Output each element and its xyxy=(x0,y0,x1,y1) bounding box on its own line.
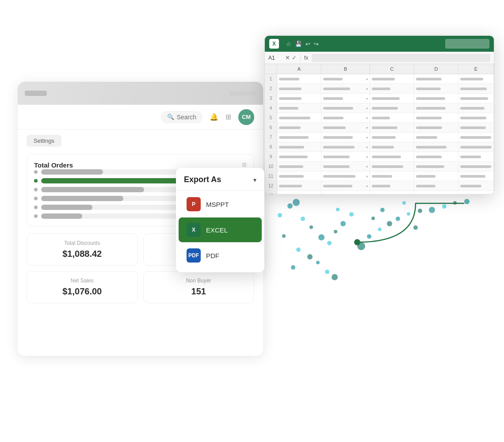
cell-B9[interactable]: ▾ xyxy=(321,152,370,162)
cell-content xyxy=(372,146,394,149)
cell-E4[interactable] xyxy=(458,103,494,113)
cell-D12[interactable] xyxy=(414,181,458,191)
cell-B8[interactable]: ▾ xyxy=(321,142,370,152)
export-option-msppt[interactable]: P MSPPT xyxy=(179,192,262,217)
cell-B5[interactable]: ▾ xyxy=(321,113,370,123)
dropdown-arrow-icon[interactable]: ▾ xyxy=(366,175,368,179)
dropdown-arrow-icon[interactable]: ▾ xyxy=(366,194,368,194)
cell-D13[interactable] xyxy=(414,191,458,194)
cell-C3[interactable] xyxy=(370,94,414,103)
cell-A2[interactable] xyxy=(277,84,321,94)
cell-B12[interactable]: ▾ xyxy=(321,181,370,191)
cell-E8[interactable] xyxy=(458,142,494,152)
cell-C4[interactable] xyxy=(370,103,414,113)
cell-E13[interactable] xyxy=(458,191,494,194)
cell-B7[interactable]: ▾ xyxy=(321,133,370,142)
cell-B13[interactable]: ▾ xyxy=(321,191,370,194)
cell-D10[interactable] xyxy=(414,162,458,171)
cell-C9[interactable] xyxy=(370,152,414,162)
dropdown-arrow-icon[interactable]: ▾ xyxy=(366,184,368,188)
cell-E2[interactable] xyxy=(458,84,494,94)
save-icon[interactable]: 💾 xyxy=(295,41,302,47)
cell-A7[interactable] xyxy=(277,133,321,142)
dropdown-arrow-icon[interactable]: ▾ xyxy=(366,136,368,140)
cell-E5[interactable] xyxy=(458,113,494,123)
cell-C8[interactable] xyxy=(370,142,414,152)
cell-C5[interactable] xyxy=(370,113,414,123)
cell-A11[interactable] xyxy=(277,171,321,181)
dropdown-arrow-icon[interactable]: ▾ xyxy=(366,165,368,169)
cell-B2[interactable]: ▾ xyxy=(321,84,370,94)
cell-A8[interactable] xyxy=(277,142,321,152)
cell-A13[interactable] xyxy=(277,191,321,194)
cell-A4[interactable] xyxy=(277,103,321,113)
redo-icon[interactable]: ↪ xyxy=(314,41,319,47)
cell-A3[interactable] xyxy=(277,94,321,103)
cell-A12[interactable] xyxy=(277,181,321,191)
scatter-dot xyxy=(278,213,282,217)
dropdown-arrow-icon[interactable]: ▾ xyxy=(366,145,368,149)
cell-D11[interactable] xyxy=(414,171,458,181)
avatar[interactable]: CM xyxy=(238,109,254,125)
cell-C13[interactable] xyxy=(370,191,414,194)
cell-A6[interactable] xyxy=(277,123,321,133)
cell-E3[interactable] xyxy=(458,94,494,103)
cell-D7[interactable] xyxy=(414,133,458,142)
dropdown-arrow-icon[interactable]: ▾ xyxy=(366,77,368,81)
cell-C2[interactable] xyxy=(370,84,414,94)
cell-E12[interactable] xyxy=(458,181,494,191)
cell-D5[interactable] xyxy=(414,113,458,123)
excel-search-bar[interactable] xyxy=(445,39,489,49)
cell-C10[interactable] xyxy=(370,162,414,171)
dropdown-arrow-icon[interactable]: ▾ xyxy=(366,116,368,120)
cell-C7[interactable] xyxy=(370,133,414,142)
dropdown-arrow-icon[interactable]: ▾ xyxy=(366,126,368,130)
cell-C6[interactable] xyxy=(370,123,414,133)
cell-E6[interactable] xyxy=(458,123,494,133)
cell-E10[interactable] xyxy=(458,162,494,171)
undo-icon[interactable]: ↩ xyxy=(305,41,310,47)
scatter-dot xyxy=(378,228,382,231)
cell-C12[interactable] xyxy=(370,181,414,191)
cell-B10[interactable]: ▾ xyxy=(321,162,370,171)
cancel-formula-icon[interactable]: ✕ xyxy=(285,54,290,61)
cell-B11[interactable]: ▾ xyxy=(321,171,370,181)
cell-A5[interactable] xyxy=(277,113,321,123)
notification-bell-icon[interactable]: 🔔 xyxy=(210,113,218,121)
cell-A10[interactable] xyxy=(277,162,321,171)
grid-icon[interactable]: ⊞ xyxy=(225,113,231,121)
cell-D6[interactable] xyxy=(414,123,458,133)
cell-C1[interactable] xyxy=(370,74,414,84)
cell-D2[interactable] xyxy=(414,84,458,94)
cell-C11[interactable] xyxy=(370,171,414,181)
cell-E9[interactable] xyxy=(458,152,494,162)
cell-D8[interactable] xyxy=(414,142,458,152)
cell-E1[interactable] xyxy=(458,74,494,84)
cell-D1[interactable] xyxy=(414,74,458,84)
search-bar[interactable]: 🔍 Search xyxy=(161,111,202,123)
export-option-pdf[interactable]: PDF PDF xyxy=(179,243,262,268)
cell-B4[interactable]: ▾ xyxy=(321,103,370,113)
cell-E7[interactable] xyxy=(458,133,494,142)
cell-E11[interactable] xyxy=(458,171,494,181)
export-option-excel[interactable]: X EXCEL xyxy=(179,217,262,242)
cell-A9[interactable] xyxy=(277,152,321,162)
dropdown-arrow-icon[interactable]: ▾ xyxy=(366,97,368,101)
confirm-formula-icon[interactable]: ✓ xyxy=(292,54,297,61)
export-chevron-icon[interactable]: ▾ xyxy=(253,176,256,183)
settings-tab[interactable]: Settings xyxy=(27,135,61,147)
cell-D9[interactable] xyxy=(414,152,458,162)
cell-A1[interactable] xyxy=(277,74,321,84)
cell-D4[interactable] xyxy=(414,103,458,113)
cell-B3[interactable]: ▾ xyxy=(321,94,370,103)
cell-B6[interactable]: ▾ xyxy=(321,123,370,133)
cell-B1[interactable]: ▾ xyxy=(321,74,370,84)
star-icon[interactable]: ☆ xyxy=(286,41,291,47)
dropdown-arrow-icon[interactable]: ▾ xyxy=(366,155,368,159)
formula-input[interactable] xyxy=(312,54,490,62)
dropdown-arrow-icon[interactable]: ▾ xyxy=(366,87,368,91)
formula-bar: A1 ✕ ✓ fx xyxy=(265,52,494,64)
dropdown-arrow-icon[interactable]: ▾ xyxy=(366,107,368,110)
cell-D3[interactable] xyxy=(414,94,458,103)
widget-expand-icon[interactable]: ⊞ xyxy=(242,161,247,168)
